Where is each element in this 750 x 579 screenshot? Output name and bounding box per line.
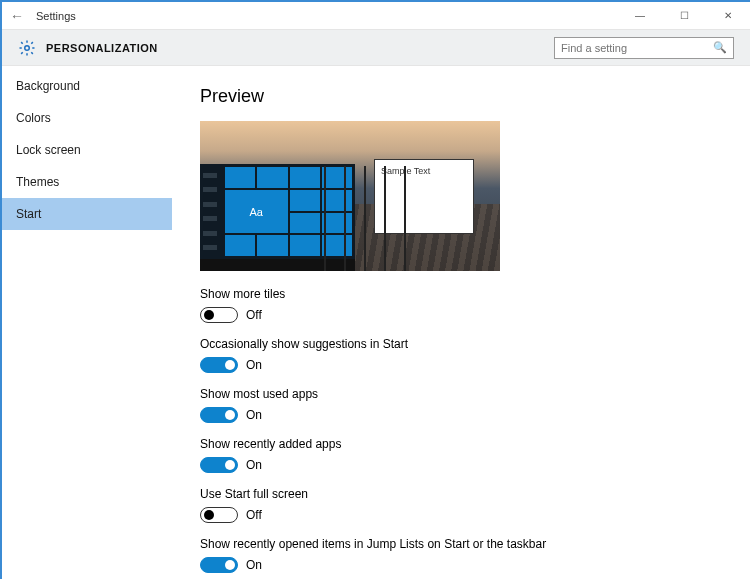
content: Preview Aa: [172, 66, 750, 579]
titlebar: ← Settings — ☐ ✕: [2, 2, 750, 30]
preview-tile: [290, 167, 320, 188]
preview-tile: [322, 167, 352, 188]
preview-tile: [322, 213, 352, 234]
sidebar-item-label: Colors: [16, 111, 51, 125]
sidebar-item-themes[interactable]: Themes: [2, 166, 172, 198]
setting-label: Show recently added apps: [200, 437, 722, 451]
toggle-row: Off: [200, 507, 722, 523]
setting-item: Show recently opened items in Jump Lists…: [200, 537, 722, 573]
sample-text: Sample Text: [381, 166, 430, 176]
preview-start-stub: [203, 245, 217, 250]
preview-tile: [290, 213, 320, 234]
preview-thumbnail: Aa Sample Text: [200, 121, 500, 271]
toggle-row: On: [200, 557, 722, 573]
toggle-knob: [204, 510, 214, 520]
sidebar-item-label: Background: [16, 79, 80, 93]
setting-item: Use Start full screenOff: [200, 487, 722, 523]
preview-start-stub: [203, 187, 217, 192]
search-icon: 🔍: [713, 41, 727, 54]
preview-tile: [322, 190, 352, 211]
toggle-state: Off: [246, 308, 262, 322]
window-controls: — ☐ ✕: [618, 2, 750, 30]
gear-icon: [18, 39, 36, 57]
preview-tile-aa: Aa: [225, 190, 288, 234]
preview-taskbar: [200, 259, 355, 271]
sidebar-item-label: Lock screen: [16, 143, 81, 157]
setting-item: Show most used appsOn: [200, 387, 722, 423]
setting-label: Use Start full screen: [200, 487, 722, 501]
window-title: Settings: [32, 10, 618, 22]
toggle[interactable]: [200, 407, 238, 423]
sidebar-item-start[interactable]: Start: [2, 198, 172, 230]
toggle-row: Off: [200, 307, 722, 323]
preview-start-panel: Aa: [200, 164, 355, 259]
svg-point-0: [25, 45, 30, 50]
toggle-knob: [225, 560, 235, 570]
setting-label: Occasionally show suggestions in Start: [200, 337, 722, 351]
preview-sample-window: Sample Text: [374, 159, 474, 234]
setting-label: Show most used apps: [200, 387, 722, 401]
section-title: PERSONALIZATION: [46, 42, 554, 54]
toggle-state: On: [246, 558, 262, 572]
preview-tile: [290, 235, 320, 256]
preview-tile: [322, 235, 352, 256]
preview-start-left: [200, 164, 222, 259]
toggle-row: On: [200, 357, 722, 373]
toggle[interactable]: [200, 307, 238, 323]
body: Background Colors Lock screen Themes Sta…: [2, 66, 750, 579]
search-box[interactable]: 🔍: [554, 37, 734, 59]
tile-aa-label: Aa: [250, 206, 263, 218]
preview-tile: [225, 167, 255, 188]
header-bar: PERSONALIZATION 🔍: [2, 30, 750, 66]
toggle-knob: [225, 360, 235, 370]
preview-heading: Preview: [200, 86, 722, 107]
back-button[interactable]: ←: [2, 8, 32, 24]
sidebar-item-colors[interactable]: Colors: [2, 102, 172, 134]
preview-start-stub: [203, 231, 217, 236]
toggle-state: On: [246, 458, 262, 472]
preview-tile: [290, 190, 320, 211]
toggle[interactable]: [200, 557, 238, 573]
toggle-knob: [225, 460, 235, 470]
preview-start-stub: [203, 202, 217, 207]
toggle-state: Off: [246, 508, 262, 522]
toggle[interactable]: [200, 507, 238, 523]
setting-label: Show more tiles: [200, 287, 722, 301]
sidebar-item-lock-screen[interactable]: Lock screen: [2, 134, 172, 166]
toggle[interactable]: [200, 457, 238, 473]
sidebar-item-label: Start: [16, 207, 41, 221]
minimize-button[interactable]: —: [618, 2, 662, 30]
setting-item: Occasionally show suggestions in StartOn: [200, 337, 722, 373]
toggle[interactable]: [200, 357, 238, 373]
sidebar-item-background[interactable]: Background: [2, 70, 172, 102]
sidebar-item-label: Themes: [16, 175, 59, 189]
search-input[interactable]: [561, 42, 713, 54]
toggle-state: On: [246, 408, 262, 422]
settings-list: Show more tilesOffOccasionally show sugg…: [200, 287, 722, 573]
preview-tile: [257, 235, 287, 256]
preview-tiles: Aa: [222, 164, 355, 259]
toggle-state: On: [246, 358, 262, 372]
sidebar: Background Colors Lock screen Themes Sta…: [2, 66, 172, 579]
toggle-knob: [225, 410, 235, 420]
toggle-row: On: [200, 457, 722, 473]
setting-label: Show recently opened items in Jump Lists…: [200, 537, 722, 551]
preview-start-stub: [203, 216, 217, 221]
maximize-button[interactable]: ☐: [662, 2, 706, 30]
toggle-row: On: [200, 407, 722, 423]
toggle-knob: [204, 310, 214, 320]
preview-start-stub: [203, 173, 217, 178]
preview-tile: [225, 235, 255, 256]
preview-tile: [257, 167, 287, 188]
setting-item: Show recently added appsOn: [200, 437, 722, 473]
close-button[interactable]: ✕: [706, 2, 750, 30]
setting-item: Show more tilesOff: [200, 287, 722, 323]
